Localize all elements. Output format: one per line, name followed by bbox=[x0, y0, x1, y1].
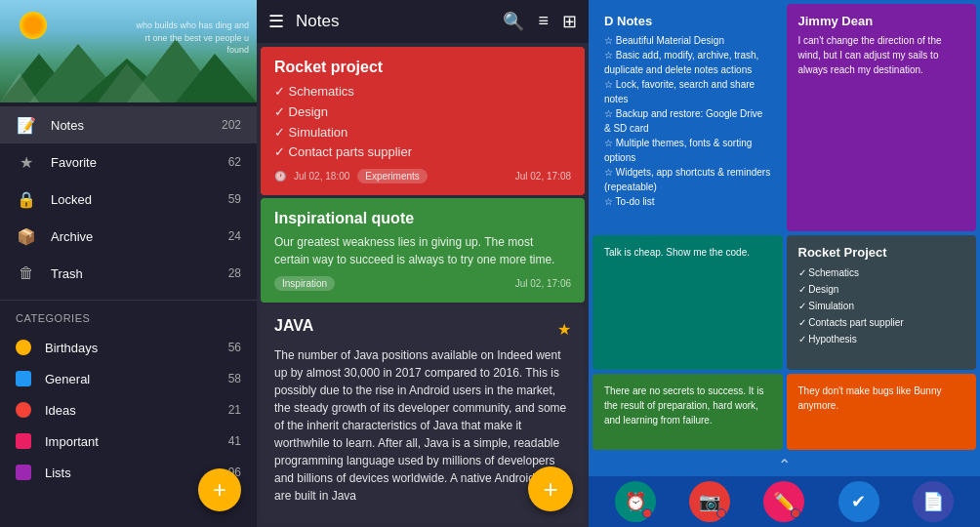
rocket-tag: Experiments bbox=[357, 169, 428, 183]
notes-icon: 📝 bbox=[16, 114, 37, 136]
sidebar-item-general[interactable]: General 58 bbox=[0, 363, 257, 394]
bugs-body: They don't make bugs like Bunny anymore. bbox=[798, 384, 965, 413]
edit-button[interactable]: ✏️ bbox=[763, 481, 804, 522]
notes-count: 202 bbox=[222, 118, 241, 132]
favorite-count: 62 bbox=[228, 155, 241, 169]
trash-label: Trash bbox=[51, 266, 228, 281]
inspirational-body: Our greatest weakness lies in giving up.… bbox=[274, 233, 571, 268]
note-card-inspirational[interactable]: Inspirational quote Our greatest weaknes… bbox=[261, 198, 585, 303]
birthdays-count: 56 bbox=[228, 341, 241, 354]
collapse-chevron[interactable]: ⌃ bbox=[589, 454, 980, 476]
categories-title: Categories bbox=[0, 304, 257, 328]
file-button[interactable]: 📄 bbox=[913, 481, 954, 522]
no-secrets-body: There are no secrets to success. It is t… bbox=[604, 384, 771, 427]
widget-jimmy[interactable]: Jimmy Dean I can't change the direction … bbox=[787, 4, 977, 231]
add-note-fab-middle[interactable]: + bbox=[528, 466, 573, 511]
sidebar-item-birthdays[interactable]: Birthdays 56 bbox=[0, 332, 257, 363]
talk-widget-body: Talk is cheap. Show me the code. bbox=[604, 245, 771, 260]
bottom-toolbar: ⏰ 📷 ✏️ ✔ 📄 bbox=[589, 476, 980, 527]
widget-dnotes[interactable]: D Notes ☆ Beautiful Material Design ☆ Ba… bbox=[592, 4, 783, 231]
inspirational-footer: Inspiration Jul 02, 17:06 bbox=[274, 276, 571, 291]
notes-list: Rocket project ✓ Schematics ✓ Design ✓ S… bbox=[257, 43, 589, 527]
locked-count: 59 bbox=[228, 192, 241, 206]
sidebar-item-favorite[interactable]: ★ Favorite 62 bbox=[0, 143, 257, 181]
check-icon: ✔ bbox=[851, 491, 866, 512]
rocket-title: Rocket project bbox=[274, 59, 571, 76]
birthdays-label: Birthdays bbox=[45, 341, 228, 355]
camera-badge bbox=[716, 508, 726, 518]
widget-bugs[interactable]: They don't make bugs like Bunny anymore. bbox=[787, 374, 977, 450]
sidebar-item-ideas[interactable]: Ideas 21 bbox=[0, 394, 257, 426]
checklist-item: ✓ Schematics bbox=[274, 82, 571, 102]
search-icon[interactable]: 🔍 bbox=[503, 11, 524, 32]
important-label: Important bbox=[45, 434, 228, 449]
divider bbox=[0, 300, 257, 301]
add-note-fab[interactable]: + bbox=[198, 468, 241, 511]
right-panel: D Notes ☆ Beautiful Material Design ☆ Ba… bbox=[589, 0, 980, 527]
checklist-item: ✓ Simulation bbox=[274, 123, 571, 143]
widget-rocket[interactable]: Rocket Project ✓ Schematics ✓ Design ✓ S… bbox=[787, 235, 977, 370]
hero-text: who builds who has ding and rt one the b… bbox=[132, 20, 249, 57]
trash-icon: 🗑 bbox=[16, 263, 37, 284]
trash-count: 28 bbox=[228, 266, 241, 280]
java-title: JAVA bbox=[274, 317, 313, 335]
widgets-grid: D Notes ☆ Beautiful Material Design ☆ Ba… bbox=[589, 0, 980, 454]
rocket-footer: 🕐 Jul 02, 18:00 Experiments Jul 02, 17:0… bbox=[274, 169, 571, 183]
general-label: General bbox=[45, 372, 228, 386]
archive-count: 24 bbox=[228, 229, 241, 243]
hamburger-icon[interactable]: ☰ bbox=[268, 11, 284, 32]
java-body: The number of Java positions available o… bbox=[274, 346, 571, 505]
notes-header: ☰ Notes 🔍 ≡ ⊞ bbox=[257, 0, 589, 43]
rocket-widget-checklist: ✓ Schematics ✓ Design ✓ Simulation ✓ Con… bbox=[798, 264, 965, 347]
widget-no-secrets[interactable]: There are no secrets to success. It is t… bbox=[592, 374, 783, 450]
grid-icon[interactable]: ⊞ bbox=[562, 11, 577, 32]
lists-dot bbox=[16, 465, 31, 480]
rocket-meta: 🕐 Jul 02, 18:00 Experiments bbox=[274, 169, 428, 183]
sidebar-item-trash[interactable]: 🗑 Trash 28 bbox=[0, 255, 257, 292]
inspirational-title: Inspirational quote bbox=[274, 210, 571, 227]
favorite-icon: ★ bbox=[16, 151, 37, 173]
wcheck-item: ✓ Contacts part supplier bbox=[798, 314, 965, 331]
widget-talk[interactable]: Talk is cheap. Show me the code. bbox=[592, 235, 783, 370]
general-dot bbox=[16, 371, 31, 386]
sidebar-item-locked[interactable]: 🔒 Locked 59 bbox=[0, 181, 257, 218]
hero-image: who builds who has ding and rt one the b… bbox=[0, 0, 257, 102]
left-sidebar: who builds who has ding and rt one the b… bbox=[0, 0, 257, 527]
sidebar-item-notes[interactable]: 📝 Notes 202 bbox=[0, 106, 257, 143]
inspirational-tag: Inspiration bbox=[274, 276, 335, 291]
rocket-time: Jul 02, 18:00 bbox=[294, 171, 349, 182]
checklist-item: ✓ Contact parts supplier bbox=[274, 142, 571, 163]
rocket-date: Jul 02, 17:08 bbox=[515, 171, 571, 182]
birthdays-dot bbox=[16, 340, 31, 355]
important-count: 41 bbox=[228, 434, 241, 448]
ideas-label: Ideas bbox=[45, 403, 228, 418]
jimmy-widget-body: I can't change the direction of the wind… bbox=[798, 33, 965, 77]
camera-button[interactable]: 📷 bbox=[689, 481, 730, 522]
rocket-widget-title: Rocket Project bbox=[798, 245, 965, 260]
dnotes-widget-body: ☆ Beautiful Material Design ☆ Basic add,… bbox=[604, 33, 771, 209]
notes-label: Notes bbox=[51, 118, 222, 133]
dnotes-widget-title: D Notes bbox=[604, 14, 771, 28]
alarm-badge bbox=[642, 508, 652, 518]
alarm-button[interactable]: ⏰ bbox=[615, 481, 656, 522]
ideas-dot bbox=[16, 402, 31, 418]
checklist-item: ✓ Design bbox=[274, 102, 571, 123]
java-star: ★ bbox=[557, 320, 571, 339]
check-button[interactable]: ✔ bbox=[838, 481, 879, 522]
sidebar-item-archive[interactable]: 📦 Archive 24 bbox=[0, 218, 257, 255]
inspirational-date: Jul 02, 17:06 bbox=[515, 278, 571, 289]
sort-icon[interactable]: ≡ bbox=[538, 11, 549, 32]
note-card-rocket[interactable]: Rocket project ✓ Schematics ✓ Design ✓ S… bbox=[261, 47, 585, 195]
notes-header-title: Notes bbox=[296, 12, 503, 31]
wcheck-item: ✓ Hypothesis bbox=[798, 331, 965, 347]
general-count: 58 bbox=[228, 372, 241, 385]
favorite-label: Favorite bbox=[51, 155, 228, 170]
sidebar-item-important[interactable]: Important 41 bbox=[0, 426, 257, 457]
notes-list-panel: ☰ Notes 🔍 ≡ ⊞ Rocket project ✓ Schematic… bbox=[257, 0, 589, 527]
categories-list: Birthdays 56 General 58 Ideas 21 Importa… bbox=[0, 328, 257, 492]
header-actions: 🔍 ≡ ⊞ bbox=[503, 11, 577, 32]
lock-icon: 🔒 bbox=[16, 188, 37, 210]
nav-list: 📝 Notes 202 ★ Favorite 62 🔒 Locked 59 📦 … bbox=[0, 102, 257, 296]
important-dot bbox=[16, 433, 31, 449]
rocket-checklist: ✓ Schematics ✓ Design ✓ Simulation ✓ Con… bbox=[274, 82, 571, 163]
